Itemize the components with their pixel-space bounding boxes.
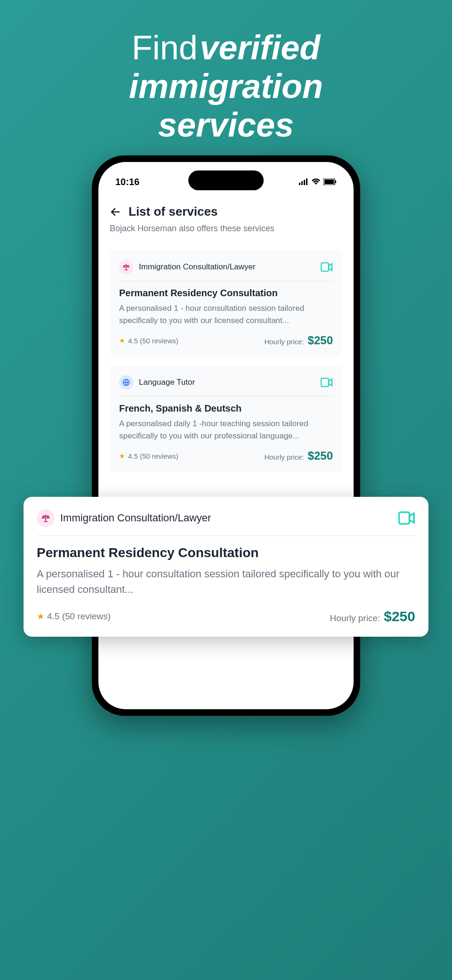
battery-icon bbox=[323, 178, 337, 185]
scales-icon bbox=[37, 509, 55, 527]
hero-line3: services bbox=[0, 105, 452, 144]
card-description: A personalised 1 - hour consultation ses… bbox=[37, 566, 415, 597]
overlay-service-card[interactable]: Immigration Consultation/Lawyer Permanen… bbox=[24, 497, 428, 637]
svg-rect-10 bbox=[321, 378, 329, 387]
star-icon: ★ bbox=[37, 611, 44, 622]
card-header: Immigration Consultation/Lawyer bbox=[119, 260, 333, 281]
phone-notch bbox=[188, 170, 264, 190]
video-icon[interactable] bbox=[398, 511, 415, 525]
svg-rect-11 bbox=[399, 512, 409, 524]
status-time: 10:16 bbox=[115, 177, 139, 187]
service-card[interactable]: Immigration Consultation/Lawyer Permanen… bbox=[110, 251, 342, 356]
cellular-icon bbox=[299, 178, 308, 185]
price-label: Hourly price: bbox=[264, 338, 304, 346]
page-title: List of services bbox=[129, 204, 218, 219]
card-header: Immigration Consultation/Lawyer bbox=[37, 509, 415, 536]
status-icons bbox=[299, 178, 337, 185]
price-value: $250 bbox=[308, 334, 333, 347]
card-title: Permanent Residency Consultation bbox=[119, 288, 333, 299]
card-header: Language Tutor bbox=[119, 375, 333, 397]
star-icon: ★ bbox=[119, 337, 125, 344]
card-description: A personalised 1 - hour consultation ses… bbox=[119, 302, 333, 326]
card-footer: ★ 4.5 (50 reviews) Hourly price: $250 bbox=[37, 608, 415, 624]
card-category: Immigration Consultation/Lawyer bbox=[139, 262, 256, 272]
card-category: Language Tutor bbox=[139, 378, 195, 387]
content-area: List of services Bojack Horseman also of… bbox=[98, 190, 354, 472]
price-label: Hourly price: bbox=[330, 613, 380, 624]
price-row: Hourly price: $250 bbox=[330, 608, 415, 624]
svg-rect-5 bbox=[324, 179, 334, 184]
header-row: List of services bbox=[110, 204, 342, 219]
hero-line2: immigration bbox=[0, 67, 452, 105]
scales-icon bbox=[119, 260, 133, 274]
card-title: French, Spanish & Deutsch bbox=[119, 403, 333, 414]
hero-headline: Find verified immigration services bbox=[0, 0, 452, 144]
price-value: $250 bbox=[384, 608, 415, 624]
back-arrow-icon[interactable] bbox=[110, 206, 121, 218]
price-row: Hourly price: $250 bbox=[264, 334, 333, 347]
star-icon: ★ bbox=[119, 452, 125, 460]
rating-text: 4.5 (50 reviews) bbox=[47, 611, 111, 622]
svg-rect-1 bbox=[301, 181, 303, 185]
hero-word-find: Find bbox=[132, 29, 198, 66]
globe-icon bbox=[119, 375, 133, 389]
card-footer: ★ 4.5 (50 reviews) Hourly price: $250 bbox=[119, 449, 333, 462]
svg-rect-3 bbox=[306, 178, 307, 185]
card-rating: ★ 4.5 (50 reviews) bbox=[37, 611, 111, 622]
hero-word-verified: verified bbox=[200, 29, 320, 66]
card-footer: ★ 4.5 (50 reviews) Hourly price: $250 bbox=[119, 334, 333, 347]
rating-text: 4.5 (50 reviews) bbox=[128, 337, 178, 345]
svg-rect-0 bbox=[299, 183, 300, 185]
rating-text: 4.5 (50 reviews) bbox=[128, 452, 178, 460]
svg-rect-6 bbox=[335, 180, 336, 183]
svg-rect-2 bbox=[304, 180, 305, 185]
card-title: Permanent Residency Consultation bbox=[37, 545, 415, 560]
card-rating: ★ 4.5 (50 reviews) bbox=[119, 452, 178, 460]
service-card[interactable]: Language Tutor French, Spanish & Deutsch… bbox=[110, 366, 342, 472]
video-icon[interactable] bbox=[321, 262, 333, 272]
svg-rect-8 bbox=[321, 263, 329, 271]
wifi-icon bbox=[311, 178, 321, 185]
price-row: Hourly price: $250 bbox=[264, 449, 333, 462]
price-value: $250 bbox=[308, 449, 333, 462]
video-icon[interactable] bbox=[321, 378, 333, 387]
price-label: Hourly price: bbox=[264, 453, 304, 461]
card-category: Immigration Consultation/Lawyer bbox=[60, 512, 211, 524]
page-subtitle: Bojack Horseman also offers these servic… bbox=[110, 224, 342, 234]
card-description: A personalised daily 1 -hour teaching se… bbox=[119, 418, 333, 442]
card-rating: ★ 4.5 (50 reviews) bbox=[119, 337, 178, 345]
